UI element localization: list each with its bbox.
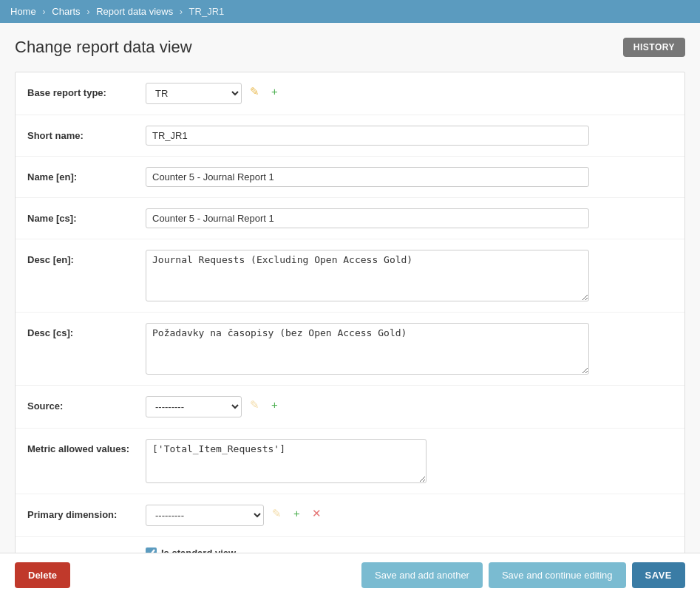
metric-textarea[interactable]: ['Total_Item_Requests'] <box>146 439 427 483</box>
base-report-type-select[interactable]: TR DR IR PR <box>146 83 242 104</box>
footer-left: Delete <box>15 562 70 588</box>
source-field: --------- ✎ + <box>146 396 673 417</box>
history-button[interactable]: HISTORY <box>623 38 685 57</box>
base-report-type-field: TR DR IR PR ✎ + <box>146 83 673 104</box>
separator-3: › <box>180 6 183 17</box>
desc-cs-label: Desc [cs]: <box>27 323 146 338</box>
page-title: Change report data view <box>15 38 192 57</box>
base-report-type-row: Base report type: TR DR IR PR ✎ + <box>16 72 684 115</box>
short-name-label: Short name: <box>27 126 146 141</box>
desc-en-row: Desc [en]: Journal Requests (Excluding O… <box>16 239 684 313</box>
breadcrumb-report-data-views[interactable]: Report data views <box>96 6 173 17</box>
separator-1: › <box>42 6 45 17</box>
desc-en-label: Desc [en]: <box>27 250 146 265</box>
primary-dimension-field: --------- ✎ + ✕ <box>146 505 673 526</box>
desc-cs-textarea[interactable]: Požadavky na časopisy (bez Open Access G… <box>146 323 589 375</box>
metric-row: Metric allowed values: ['Total_Item_Requ… <box>16 429 684 494</box>
breadcrumb-current: TR_JR1 <box>189 6 225 17</box>
separator-2: › <box>86 6 89 17</box>
footer-right: Save and add another Save and continue e… <box>361 562 685 588</box>
primary-dimension-edit-button[interactable]: ✎ <box>268 505 285 522</box>
main-content: Change report data view HISTORY Base rep… <box>0 23 700 597</box>
footer-bar: Delete Save and add another Save and con… <box>0 553 700 597</box>
base-report-type-label: Base report type: <box>27 83 146 98</box>
short-name-field <box>146 126 673 146</box>
desc-en-textarea[interactable]: Journal Requests (Excluding Open Access … <box>146 250 589 301</box>
name-en-field <box>146 167 673 187</box>
is-standard-view-label-col <box>27 547 146 552</box>
primary-dimension-select[interactable]: --------- <box>146 505 264 526</box>
breadcrumb-home[interactable]: Home <box>10 6 36 17</box>
base-report-type-edit-button[interactable]: ✎ <box>246 83 263 100</box>
short-name-row: Short name: <box>16 115 684 157</box>
source-edit-button[interactable]: ✎ <box>246 396 263 413</box>
desc-cs-field: Požadavky na časopisy (bez Open Access G… <box>146 323 673 375</box>
name-cs-input[interactable] <box>146 208 589 228</box>
metric-label: Metric allowed values: <box>27 439 146 454</box>
base-report-type-add-button[interactable]: + <box>268 83 282 100</box>
source-select[interactable]: --------- <box>146 396 242 417</box>
source-label: Source: <box>27 396 146 412</box>
delete-button[interactable]: Delete <box>15 562 70 588</box>
primary-dimension-add-button[interactable]: + <box>290 505 304 522</box>
name-cs-row: Name [cs]: <box>16 198 684 239</box>
page-title-row: Change report data view HISTORY <box>15 38 685 57</box>
metric-field: ['Total_Item_Requests'] <box>146 439 673 483</box>
source-add-button[interactable]: + <box>268 396 282 413</box>
name-en-label: Name [en]: <box>27 167 146 182</box>
primary-dimension-delete-button[interactable]: ✕ <box>308 505 325 522</box>
name-en-input[interactable] <box>146 167 589 187</box>
breadcrumb-charts[interactable]: Charts <box>52 6 80 17</box>
primary-dimension-label: Primary dimension: <box>27 505 146 520</box>
name-en-row: Name [en]: <box>16 157 684 198</box>
breadcrumb-bar: Home › Charts › Report data views › TR_J… <box>0 0 700 23</box>
name-cs-field <box>146 208 673 228</box>
save-add-another-button[interactable]: Save and add another <box>361 562 483 588</box>
desc-en-field: Journal Requests (Excluding Open Access … <box>146 250 673 301</box>
form-card: Base report type: TR DR IR PR ✎ + Short … <box>15 72 685 597</box>
short-name-input[interactable] <box>146 126 589 146</box>
primary-dimension-row: Primary dimension: --------- ✎ + ✕ <box>16 494 684 537</box>
save-button[interactable]: SAVE <box>632 562 685 588</box>
save-continue-button[interactable]: Save and continue editing <box>489 562 626 588</box>
desc-cs-row: Desc [cs]: Požadavky na časopisy (bez Op… <box>16 313 684 386</box>
name-cs-label: Name [cs]: <box>27 208 146 224</box>
source-row: Source: --------- ✎ + <box>16 386 684 429</box>
